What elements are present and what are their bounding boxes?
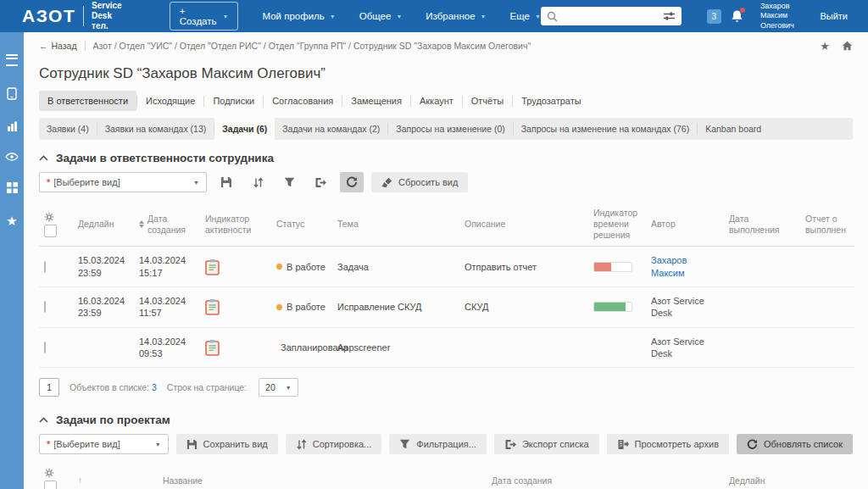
breadcrumb-path[interactable]: Азот / Отдел "УИС" / Отдел "Отдел РИС" /… bbox=[93, 41, 531, 51]
table-row[interactable]: 14.03.2024 09:53 Запланирована Appscreen… bbox=[39, 327, 854, 368]
sort-button[interactable] bbox=[246, 172, 270, 192]
filter-button[interactable] bbox=[277, 172, 301, 192]
apps-grid-icon[interactable] bbox=[7, 182, 18, 193]
tab-account[interactable]: Аккаунт bbox=[411, 91, 462, 111]
refresh-list-label: Обновлять список bbox=[764, 439, 843, 449]
col-theme[interactable]: Тема bbox=[332, 203, 459, 247]
bell-alert-dot bbox=[740, 8, 745, 13]
subtab-change-requests[interactable]: Запросы на изменение (0) bbox=[388, 118, 512, 140]
menu-icon[interactable] bbox=[6, 54, 18, 66]
cell-author[interactable]: Захаров Максим bbox=[646, 247, 724, 287]
col-deadline[interactable]: Дедлайн bbox=[73, 203, 134, 247]
logo-divider bbox=[83, 6, 84, 26]
cell-report bbox=[800, 327, 854, 368]
subtab-tasks[interactable]: Задачи (6) bbox=[214, 118, 275, 140]
table-row[interactable]: 15.03.2024 23:59 14.03.2024 15:17 В рабо… bbox=[39, 247, 854, 287]
sort-button[interactable]: Сортировка... bbox=[286, 434, 382, 454]
menu-common[interactable]: Общее ▼ bbox=[359, 11, 403, 21]
star-icon[interactable]: ★ bbox=[6, 214, 17, 227]
col-done-date[interactable]: Дата выполнения bbox=[724, 203, 800, 247]
app-logo[interactable]: АЗОТ bbox=[22, 6, 75, 26]
view-select[interactable]: * [Выберите вид] ▼ bbox=[39, 172, 207, 192]
tab-reports[interactable]: Отчёты bbox=[463, 91, 512, 111]
row-checkbox[interactable] bbox=[44, 261, 46, 273]
chevron-down-icon: ▼ bbox=[286, 385, 292, 391]
tab-substitutions[interactable]: Замещения bbox=[342, 91, 410, 111]
select-all-checkbox[interactable] bbox=[44, 225, 57, 237]
user-name[interactable]: Захаров Максим Олегович bbox=[760, 2, 800, 31]
subtab-requests[interactable]: Заявки (4) bbox=[39, 118, 97, 140]
cell-created: 14.03.2024 09:53 bbox=[134, 327, 200, 368]
gear-icon[interactable] bbox=[44, 212, 54, 222]
favorite-star-icon[interactable]: ★ bbox=[820, 41, 830, 52]
export-button[interactable] bbox=[309, 172, 332, 192]
eye-icon[interactable] bbox=[5, 153, 19, 161]
col-report[interactable]: Отчет о выполнен bbox=[800, 203, 854, 247]
refresh-list-button[interactable]: Обновлять список bbox=[737, 434, 853, 454]
view-archive-button[interactable]: Просмотреть архив bbox=[607, 434, 729, 454]
subtab-team-tasks[interactable]: Задачи на командах (2) bbox=[275, 118, 387, 140]
home-icon[interactable] bbox=[842, 41, 853, 51]
subtab-team-requests[interactable]: Заявки на командах (13) bbox=[97, 118, 214, 140]
col-description[interactable]: Описание bbox=[459, 203, 588, 247]
menu-common-label: Общее bbox=[359, 11, 392, 21]
tab-approvals[interactable]: Согласования bbox=[264, 91, 342, 111]
rows-per-page-select[interactable]: 20 ▼ bbox=[259, 378, 298, 397]
logout-button[interactable]: Выйти bbox=[820, 11, 848, 21]
create-button[interactable]: + Создать ▼ bbox=[170, 2, 239, 31]
col-activity-indicator[interactable]: Индикатор активности bbox=[200, 203, 271, 247]
col-deadline[interactable]: Дедлайн bbox=[724, 461, 854, 489]
tab-responsibility[interactable]: В ответственности bbox=[39, 91, 136, 111]
cell-author: Азот Service Desk bbox=[646, 286, 724, 327]
product-line1: Service Desk bbox=[92, 1, 136, 21]
reset-view-button[interactable]: Сбросить вид bbox=[371, 172, 468, 192]
col-author[interactable]: Автор bbox=[646, 203, 724, 247]
select-all-checkbox[interactable] bbox=[44, 481, 57, 489]
status-badge: В работе bbox=[287, 261, 326, 273]
stats-icon[interactable] bbox=[7, 121, 18, 131]
sort-asc-icon[interactable]: ↑ bbox=[78, 475, 82, 485]
menu-favorites[interactable]: Избранное ▼ bbox=[426, 11, 486, 21]
bell-icon[interactable] bbox=[731, 9, 743, 23]
search-input[interactable] bbox=[562, 10, 659, 22]
breadcrumb-divider bbox=[85, 41, 86, 51]
sort-icon bbox=[296, 439, 307, 450]
col-created[interactable]: Дата создания bbox=[487, 461, 724, 489]
notification-count-badge[interactable]: 3 bbox=[707, 9, 721, 24]
chevron-down-icon: ▼ bbox=[330, 14, 336, 19]
view-select[interactable]: * [Выберите вид] ▼ bbox=[39, 434, 169, 454]
col-status[interactable]: Статус bbox=[271, 203, 332, 247]
tasks-toolbar: * [Выберите вид] ▼ Сбросить вид bbox=[24, 170, 868, 192]
task-clipboard-icon bbox=[205, 339, 266, 356]
export-list-button[interactable]: Экспорт списка bbox=[494, 434, 599, 454]
sort-label: Сортировка... bbox=[313, 439, 372, 449]
tab-timesheet[interactable]: Трудозатраты bbox=[513, 91, 590, 111]
time-indicator-fill bbox=[594, 263, 611, 271]
table-row[interactable]: 16.03.2024 23:59 14.03.2024 11:57 В рабо… bbox=[39, 286, 854, 327]
save-view-button[interactable]: Сохранить вид bbox=[176, 434, 278, 454]
col-name[interactable]: Название bbox=[158, 461, 487, 489]
row-checkbox[interactable] bbox=[44, 301, 46, 313]
page-number-button[interactable]: 1 bbox=[39, 378, 59, 397]
tab-outgoing[interactable]: Исходящие bbox=[137, 91, 203, 111]
row-checkbox[interactable] bbox=[44, 342, 46, 353]
subtab-team-change-requests[interactable]: Запросы на изменение на командах (76) bbox=[514, 118, 697, 140]
col-created[interactable]: Дата создания bbox=[134, 203, 200, 247]
back-button[interactable]: ← Назад bbox=[39, 41, 77, 51]
filter-button[interactable]: Фильтрация... bbox=[389, 434, 487, 454]
tab-subscriptions[interactable]: Подписки bbox=[204, 91, 263, 111]
cell-report bbox=[800, 247, 854, 287]
search-settings-icon[interactable] bbox=[663, 11, 676, 21]
section-projects-header[interactable]: Задачи по проектам bbox=[24, 402, 868, 432]
section-tasks-header[interactable]: Задачи в ответственности сотрудника bbox=[24, 140, 868, 170]
save-view-button[interactable] bbox=[214, 172, 238, 192]
device-icon[interactable] bbox=[7, 87, 17, 100]
search-box[interactable] bbox=[541, 7, 682, 25]
col-time-indicator[interactable]: Индикатор времени решения bbox=[588, 203, 646, 247]
gear-icon[interactable] bbox=[44, 468, 54, 478]
cell-report bbox=[800, 286, 854, 327]
subtab-kanban[interactable]: Kanban board bbox=[698, 118, 769, 140]
menu-my-profile[interactable]: Мой профиль ▼ bbox=[262, 11, 335, 21]
menu-more[interactable]: Еще ▼ bbox=[510, 11, 541, 21]
refresh-button[interactable] bbox=[340, 172, 364, 192]
